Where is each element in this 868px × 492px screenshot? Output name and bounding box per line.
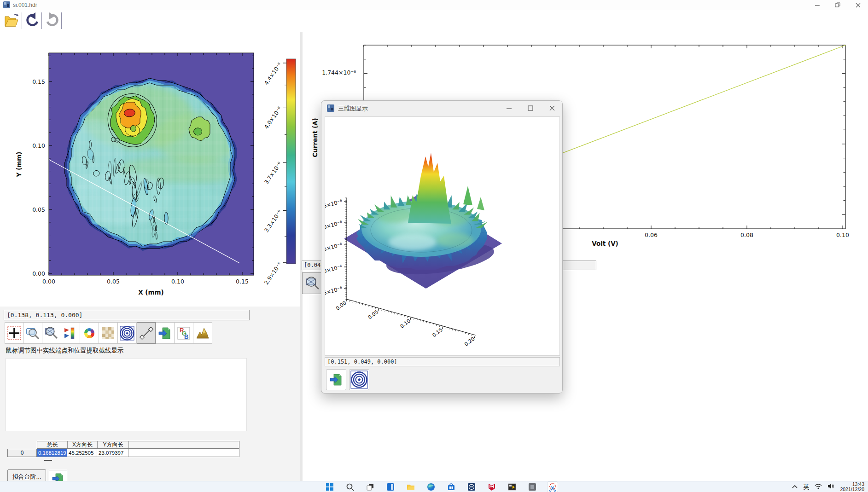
surface-3d-plot[interactable]: .5×10⁻⁶.0×10⁻⁶.5×10⁻⁶.0×10⁻⁶.5×10⁻⁶0.000… <box>325 117 560 356</box>
cursor-position-status: [0.138, 0.113, 0.000] <box>4 310 250 320</box>
svg-text:0.15: 0.15 <box>431 327 443 338</box>
total-length-cell[interactable]: 0.16812819 <box>37 449 67 457</box>
surface-status-bar: [0.151, 0.049, 0.000] <box>325 357 560 366</box>
table-header-row: 总长 X方向长 Y方向长 <box>37 441 239 449</box>
toolbar-separator <box>61 12 62 29</box>
svg-text:0.00: 0.00 <box>335 300 347 312</box>
surface-window[interactable]: 三维图显示 .5×10⁻⁶.0×10⁻⁶.5×10⁻⁶.0×10⁻⁶.5×10⁻… <box>321 100 563 394</box>
svg-text:.5×10⁻⁶: .5×10⁻⁶ <box>325 241 343 253</box>
tray-chevron-icon[interactable] <box>792 483 798 491</box>
zoom-cancel-tool[interactable] <box>302 272 323 294</box>
widgets-icon[interactable] <box>385 482 396 492</box>
surface-window-title: 三维图显示 <box>338 104 368 113</box>
svg-text:B: B <box>184 333 188 340</box>
system-tray: 英 13:43 2021/12/20 <box>792 481 864 492</box>
row-index-cell[interactable]: 0 <box>7 449 37 457</box>
profile-plot-panel <box>6 358 247 431</box>
crosshair-tool[interactable] <box>5 322 23 344</box>
mosaic-pattern-tool[interactable] <box>99 322 118 344</box>
maximize-button[interactable] <box>521 101 540 116</box>
surface-cursor-text: [0.151, 0.049, 0.000] <box>327 359 397 365</box>
window-title: si.001.hdr <box>13 2 37 8</box>
labview-icon[interactable] <box>507 482 517 492</box>
ime-indicator[interactable]: 英 <box>803 483 809 491</box>
rgb-channels-tool[interactable]: RGB <box>175 322 193 344</box>
dell-icon[interactable] <box>466 482 477 492</box>
snipping-app-icon[interactable] <box>548 482 558 492</box>
color-scale-tool[interactable] <box>61 322 80 344</box>
surface-window-titlebar[interactable]: 三维图显示 <box>321 101 562 116</box>
close-button[interactable] <box>848 0 868 10</box>
empty-cell <box>128 449 239 457</box>
svg-text:.5×10⁻⁶: .5×10⁻⁶ <box>325 198 343 210</box>
svg-text:.5×10⁻⁶: .5×10⁻⁶ <box>325 285 343 297</box>
restore-button[interactable] <box>827 0 848 10</box>
store-icon[interactable] <box>446 482 456 492</box>
app-icon <box>3 1 10 8</box>
toolbar-separator <box>22 12 22 29</box>
svg-text:.0×10⁻⁶: .0×10⁻⁶ <box>325 219 343 231</box>
export-data-button[interactable] <box>326 369 346 390</box>
open-file-button[interactable] <box>3 12 20 29</box>
surface-plot-area[interactable]: .5×10⁻⁶.0×10⁻⁶.5×10⁻⁶.0×10⁻⁶.5×10⁻⁶0.000… <box>325 116 560 356</box>
col-x-length[interactable]: X方向长 <box>68 441 98 448</box>
redo-button[interactable] <box>43 12 61 29</box>
surface-3d-scene <box>344 153 502 289</box>
main-toolbar <box>0 10 868 32</box>
col-y-length[interactable]: Y方向长 <box>98 441 129 448</box>
export-data-tool[interactable] <box>156 322 175 344</box>
taskbar: 英 13:43 2021/12/20 <box>0 481 868 492</box>
close-button[interactable] <box>543 101 561 116</box>
edge-icon[interactable] <box>426 482 436 492</box>
iv-cursor-status: [0.045, <box>302 260 323 270</box>
toolbar-separator <box>41 12 42 29</box>
clock[interactable]: 13:43 2021/12/20 <box>840 482 864 492</box>
tray-date: 2021/12/20 <box>840 486 864 492</box>
svg-text:0.05: 0.05 <box>367 309 379 320</box>
iv-cursor-status-fragment <box>563 260 596 270</box>
tool-hint-text: 鼠标调节图中实线端点和位置提取截线显示 <box>6 347 124 355</box>
resize-handle[interactable] <box>44 460 52 461</box>
zoom-cancel-tool[interactable] <box>42 322 61 344</box>
svg-text:0.20: 0.20 <box>463 336 476 347</box>
undo-button[interactable] <box>24 12 41 29</box>
svg-text:0.10: 0.10 <box>399 318 412 330</box>
y-length-cell[interactable]: 23.079397 <box>97 449 128 457</box>
task-view-icon[interactable] <box>365 482 375 492</box>
surface-toolbar <box>326 369 369 390</box>
zoom-box-tool[interactable] <box>23 322 42 344</box>
contour-panel <box>0 32 300 307</box>
moire-pattern-button[interactable] <box>349 369 369 390</box>
line-profile-tool[interactable] <box>137 322 156 344</box>
moire-pattern-tool[interactable] <box>118 322 137 344</box>
volume-icon[interactable] <box>827 483 834 491</box>
minimize-button[interactable] <box>500 101 518 116</box>
col-total-length[interactable]: 总长 <box>37 441 68 448</box>
wifi-icon[interactable] <box>815 483 822 491</box>
color-wheel-tool[interactable] <box>80 322 99 344</box>
surface-3d-tool[interactable] <box>193 322 212 344</box>
app-icon <box>327 104 334 112</box>
start-button[interactable] <box>325 482 335 492</box>
main-titlebar: si.001.hdr <box>0 0 868 11</box>
table-row: 0 0.16812819 45.252505 23.079397 <box>7 449 239 457</box>
taskbar-icons <box>325 481 558 492</box>
minimize-button[interactable] <box>807 0 827 10</box>
search-icon[interactable] <box>345 482 355 492</box>
file-explorer-icon[interactable] <box>406 482 416 492</box>
svg-text:.0×10⁻⁶: .0×10⁻⁶ <box>325 263 343 275</box>
app-icon[interactable] <box>527 482 537 492</box>
mcafee-icon[interactable] <box>487 482 497 492</box>
plot-toolbar: RGB <box>5 322 212 344</box>
cursor-position-text: [0.138, 0.113, 0.000] <box>7 312 82 318</box>
x-length-cell[interactable]: 45.252505 <box>67 449 97 457</box>
